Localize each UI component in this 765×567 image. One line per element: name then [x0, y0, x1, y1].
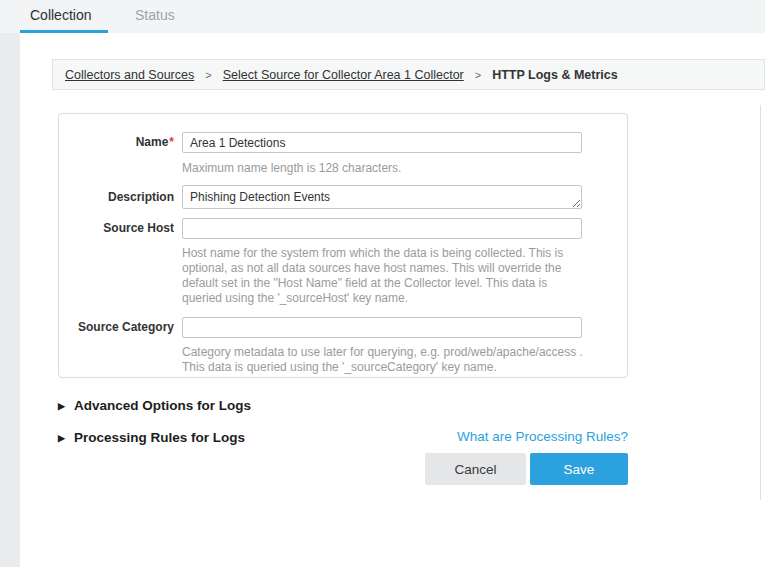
left-gutter — [0, 33, 20, 567]
processing-rules-help-container: What are Processing Rules? — [58, 429, 628, 444]
breadcrumb-collectors-and-sources[interactable]: Collectors and Sources — [65, 68, 194, 82]
tab-status[interactable]: Status — [135, 0, 175, 30]
source-form-card: Name* Maximum name length is 128 charact… — [58, 113, 628, 378]
breadcrumb-select-source[interactable]: Select Source for Collector Area 1 Colle… — [223, 68, 464, 82]
source-host-input[interactable] — [182, 218, 582, 239]
scroll-divider — [760, 105, 761, 500]
source-host-helper-text: Host name for the system from which the … — [182, 246, 589, 306]
description-textarea[interactable]: Phishing Detection Events — [182, 185, 582, 209]
source-config-page: Collection Status Collectors and Sources… — [0, 0, 765, 567]
source-host-label: Source Host — [59, 221, 174, 235]
source-category-label: Source Category — [59, 320, 174, 334]
required-asterisk: * — [169, 135, 174, 149]
breadcrumb-separator: > — [475, 69, 481, 81]
expand-triangle-icon[interactable]: ▶ — [58, 401, 65, 411]
cancel-button[interactable]: Cancel — [425, 453, 526, 485]
name-helper-text: Maximum name length is 128 characters. — [182, 161, 589, 176]
tab-bar: Collection Status — [0, 0, 765, 33]
name-label: Name* — [59, 135, 174, 149]
what-are-processing-rules-link[interactable]: What are Processing Rules? — [457, 429, 628, 444]
source-category-helper-text: Category metadata to use later for query… — [182, 345, 589, 375]
source-category-input[interactable] — [182, 317, 582, 338]
save-button[interactable]: Save — [530, 453, 628, 485]
breadcrumb-current-http-logs-metrics: HTTP Logs & Metrics — [492, 68, 617, 82]
tab-collection[interactable]: Collection — [30, 0, 91, 30]
name-label-text: Name — [136, 135, 169, 149]
name-input[interactable] — [182, 132, 582, 153]
advanced-options-label[interactable]: Advanced Options for Logs — [74, 398, 251, 413]
breadcrumb-separator: > — [205, 69, 211, 81]
description-label: Description — [59, 190, 174, 204]
section-advanced-options[interactable]: ▶Advanced Options for Logs — [58, 398, 628, 414]
breadcrumb: Collectors and Sources > Select Source f… — [52, 59, 765, 90]
